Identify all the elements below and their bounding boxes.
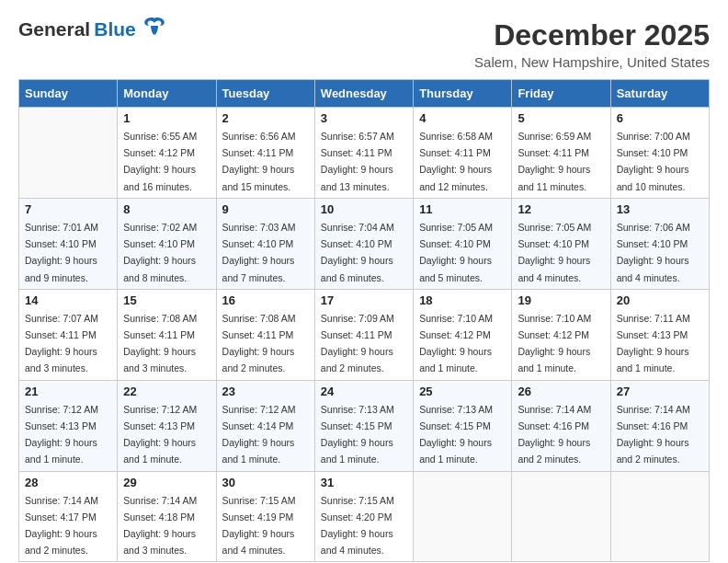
- day-info: Sunrise: 6:55 AMSunset: 4:12 PMDaylight:…: [123, 131, 197, 192]
- calendar-cell: [19, 108, 118, 199]
- calendar-cell: 25 Sunrise: 7:13 AMSunset: 4:15 PMDaylig…: [414, 380, 512, 471]
- day-info: Sunrise: 7:08 AMSunset: 4:11 PMDaylight:…: [222, 313, 296, 374]
- calendar-cell: 7 Sunrise: 7:01 AMSunset: 4:10 PMDayligh…: [19, 198, 118, 289]
- calendar-cell: 21 Sunrise: 7:12 AMSunset: 4:13 PMDaylig…: [19, 380, 118, 471]
- calendar-week-row: 21 Sunrise: 7:12 AMSunset: 4:13 PMDaylig…: [19, 380, 710, 471]
- day-number: 3: [321, 111, 407, 125]
- calendar-cell: 23 Sunrise: 7:12 AMSunset: 4:14 PMDaylig…: [216, 380, 314, 471]
- day-of-week-header: Saturday: [610, 80, 709, 108]
- day-info: Sunrise: 7:12 AMSunset: 4:13 PMDaylight:…: [123, 404, 197, 465]
- day-number: 21: [25, 385, 111, 398]
- calendar-cell: 18 Sunrise: 7:10 AMSunset: 4:12 PMDaylig…: [414, 289, 512, 380]
- calendar-cell: [512, 471, 610, 562]
- logo-general-text: General: [18, 18, 90, 40]
- day-number: 29: [123, 476, 210, 489]
- day-info: Sunrise: 7:15 AMSunset: 4:19 PMDaylight:…: [222, 495, 296, 557]
- day-number: 20: [617, 293, 703, 307]
- day-number: 28: [25, 476, 111, 489]
- day-number: 4: [419, 111, 506, 125]
- day-info: Sunrise: 7:13 AMSunset: 4:15 PMDaylight:…: [321, 404, 394, 465]
- day-info: Sunrise: 7:15 AMSunset: 4:20 PMDaylight:…: [321, 495, 394, 557]
- logo: General Blue: [18, 18, 167, 40]
- day-number: 31: [321, 476, 407, 489]
- logo-bird-icon: [142, 17, 167, 37]
- day-of-week-header: Tuesday: [216, 80, 314, 108]
- calendar-cell: 28 Sunrise: 7:14 AMSunset: 4:17 PMDaylig…: [19, 471, 118, 562]
- day-number: 15: [123, 293, 210, 307]
- day-info: Sunrise: 7:14 AMSunset: 4:16 PMDaylight:…: [617, 404, 690, 465]
- day-info: Sunrise: 7:04 AMSunset: 4:10 PMDaylight:…: [321, 222, 394, 283]
- month-year-title: December 2025: [474, 18, 710, 52]
- day-number: 30: [222, 476, 309, 489]
- calendar-cell: 14 Sunrise: 7:07 AMSunset: 4:11 PMDaylig…: [19, 289, 118, 380]
- calendar-table: SundayMondayTuesdayWednesdayThursdayFrid…: [18, 79, 710, 562]
- day-info: Sunrise: 7:08 AMSunset: 4:11 PMDaylight:…: [123, 313, 197, 374]
- location-subtitle: Salem, New Hampshire, United States: [474, 54, 710, 70]
- calendar-cell: [610, 471, 709, 562]
- calendar-cell: 31 Sunrise: 7:15 AMSunset: 4:20 PMDaylig…: [314, 471, 413, 562]
- day-number: 7: [25, 202, 111, 216]
- calendar-cell: 29 Sunrise: 7:14 AMSunset: 4:18 PMDaylig…: [118, 471, 216, 562]
- calendar-week-row: 14 Sunrise: 7:07 AMSunset: 4:11 PMDaylig…: [19, 289, 710, 380]
- day-number: 17: [321, 293, 407, 307]
- day-info: Sunrise: 7:10 AMSunset: 4:12 PMDaylight:…: [518, 313, 591, 374]
- calendar-cell: 1 Sunrise: 6:55 AMSunset: 4:12 PMDayligh…: [118, 108, 216, 199]
- calendar-cell: 17 Sunrise: 7:09 AMSunset: 4:11 PMDaylig…: [314, 289, 413, 380]
- day-info: Sunrise: 7:06 AMSunset: 4:10 PMDaylight:…: [617, 222, 690, 283]
- day-info: Sunrise: 6:57 AMSunset: 4:11 PMDaylight:…: [321, 131, 394, 192]
- logo-blue-text: Blue: [94, 18, 136, 40]
- day-number: 12: [518, 202, 604, 216]
- day-number: 27: [617, 385, 703, 398]
- day-info: Sunrise: 7:03 AMSunset: 4:10 PMDaylight:…: [222, 222, 296, 283]
- calendar-header-row: SundayMondayTuesdayWednesdayThursdayFrid…: [19, 80, 710, 108]
- calendar-week-row: 28 Sunrise: 7:14 AMSunset: 4:17 PMDaylig…: [19, 471, 710, 562]
- day-number: 19: [518, 293, 604, 307]
- day-number: 18: [419, 293, 506, 307]
- title-block: December 2025 Salem, New Hampshire, Unit…: [474, 18, 710, 70]
- day-info: Sunrise: 6:56 AMSunset: 4:11 PMDaylight:…: [222, 131, 296, 192]
- day-info: Sunrise: 6:58 AMSunset: 4:11 PMDaylight:…: [419, 131, 493, 192]
- day-info: Sunrise: 7:09 AMSunset: 4:11 PMDaylight:…: [321, 313, 394, 374]
- calendar-cell: 10 Sunrise: 7:04 AMSunset: 4:10 PMDaylig…: [314, 198, 413, 289]
- day-number: 24: [321, 385, 407, 398]
- calendar-cell: 12 Sunrise: 7:05 AMSunset: 4:10 PMDaylig…: [512, 198, 610, 289]
- day-number: 14: [25, 293, 111, 307]
- day-number: 5: [518, 111, 604, 125]
- day-info: Sunrise: 7:10 AMSunset: 4:12 PMDaylight:…: [419, 313, 493, 374]
- calendar-cell: 2 Sunrise: 6:56 AMSunset: 4:11 PMDayligh…: [216, 108, 314, 199]
- day-number: 13: [617, 202, 703, 216]
- day-of-week-header: Wednesday: [314, 80, 413, 108]
- day-of-week-header: Friday: [512, 80, 610, 108]
- day-info: Sunrise: 7:05 AMSunset: 4:10 PMDaylight:…: [419, 222, 493, 283]
- day-number: 10: [321, 202, 407, 216]
- day-number: 25: [419, 385, 506, 398]
- day-number: 26: [518, 385, 604, 398]
- calendar-cell: 26 Sunrise: 7:14 AMSunset: 4:16 PMDaylig…: [512, 380, 610, 471]
- day-number: 2: [222, 111, 309, 125]
- day-of-week-header: Monday: [118, 80, 216, 108]
- calendar-cell: 20 Sunrise: 7:11 AMSunset: 4:13 PMDaylig…: [610, 289, 709, 380]
- day-number: 6: [617, 111, 703, 125]
- calendar-cell: 15 Sunrise: 7:08 AMSunset: 4:11 PMDaylig…: [118, 289, 216, 380]
- day-info: Sunrise: 7:12 AMSunset: 4:14 PMDaylight:…: [222, 404, 296, 465]
- calendar-week-row: 1 Sunrise: 6:55 AMSunset: 4:12 PMDayligh…: [19, 108, 710, 199]
- day-info: Sunrise: 7:11 AMSunset: 4:13 PMDaylight:…: [617, 313, 690, 374]
- calendar-cell: 19 Sunrise: 7:10 AMSunset: 4:12 PMDaylig…: [512, 289, 610, 380]
- day-number: 1: [123, 111, 210, 125]
- calendar-cell: 3 Sunrise: 6:57 AMSunset: 4:11 PMDayligh…: [314, 108, 413, 199]
- day-info: Sunrise: 6:59 AMSunset: 4:11 PMDaylight:…: [518, 131, 591, 192]
- calendar-cell: 24 Sunrise: 7:13 AMSunset: 4:15 PMDaylig…: [314, 380, 413, 471]
- calendar-cell: 9 Sunrise: 7:03 AMSunset: 4:10 PMDayligh…: [216, 198, 314, 289]
- day-info: Sunrise: 7:02 AMSunset: 4:10 PMDaylight:…: [123, 222, 197, 283]
- calendar-cell: 16 Sunrise: 7:08 AMSunset: 4:11 PMDaylig…: [216, 289, 314, 380]
- day-of-week-header: Sunday: [19, 80, 118, 108]
- calendar-week-row: 7 Sunrise: 7:01 AMSunset: 4:10 PMDayligh…: [19, 198, 710, 289]
- calendar-cell: [414, 471, 512, 562]
- day-number: 9: [222, 202, 309, 216]
- day-info: Sunrise: 7:13 AMSunset: 4:15 PMDaylight:…: [419, 404, 493, 465]
- day-number: 22: [123, 385, 210, 398]
- calendar-cell: 27 Sunrise: 7:14 AMSunset: 4:16 PMDaylig…: [610, 380, 709, 471]
- day-of-week-header: Thursday: [414, 80, 512, 108]
- day-number: 16: [222, 293, 309, 307]
- day-number: 11: [419, 202, 506, 216]
